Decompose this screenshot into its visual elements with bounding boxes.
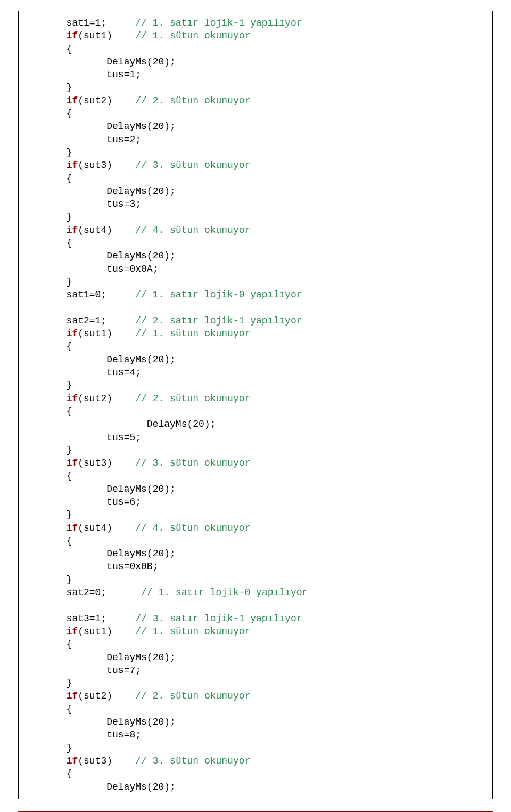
keyword-if: if (67, 225, 78, 236)
code-line: tus=0x0A; (26, 264, 158, 274)
code-line: } (26, 743, 72, 753)
code-line: } (26, 574, 72, 585)
code-line (26, 225, 67, 236)
code-line: { (26, 406, 72, 417)
code-line (26, 523, 67, 533)
code-line: DelayMs(20); (26, 652, 176, 663)
keyword-if: if (67, 691, 78, 701)
code-line: tus=0x0B; (26, 561, 158, 572)
code-line: tus=8; (26, 729, 141, 740)
code-line: (sut2) (78, 95, 135, 106)
code-line: (sut2) (78, 691, 135, 701)
code-line: (sut3) (78, 458, 135, 468)
comment: // 1. satır lojik-1 yapılıyor (135, 18, 302, 28)
code-line: (sut2) (78, 393, 135, 404)
code-line: { (26, 768, 72, 779)
comment: // 1. satır lojik-0 yapılıyor (141, 587, 308, 598)
comment: // 2. sütun okunuyor (135, 691, 250, 701)
code-line: (sut3) (78, 160, 135, 170)
code-line: (sut4) (78, 523, 135, 533)
keyword-if: if (67, 393, 78, 404)
comment: // 2. sütun okunuyor (135, 95, 250, 106)
code-line: } (26, 212, 72, 222)
comment: // 3. sütun okunuyor (135, 756, 250, 766)
code-line: { (26, 470, 72, 481)
keyword-if: if (67, 160, 78, 170)
code-line: tus=5; (26, 432, 141, 443)
code-line (26, 691, 67, 701)
keyword-if: if (67, 756, 78, 766)
code-line: { (26, 704, 72, 714)
code-line: DelayMs(20); (26, 782, 176, 792)
code-line: { (26, 341, 72, 352)
code-line: DelayMs(20); (26, 548, 176, 559)
code-line: sat1=0; (26, 289, 135, 300)
code-block: sat1=1; // 1. satır lojik-1 yapılıyor if… (18, 11, 493, 799)
code-line: } (26, 82, 72, 93)
code-line: { (26, 44, 72, 54)
comment: // 3. satır lojik-1 yapılıyor (135, 613, 302, 624)
comment: // 4. sütun okunuyor (135, 523, 250, 533)
code-line: tus=3; (26, 199, 141, 209)
code-line: sat1=1; (26, 18, 135, 28)
keyword-if: if (67, 523, 78, 533)
code-line: DelayMs(20); (26, 354, 176, 365)
code-line (26, 626, 67, 637)
code-line: } (26, 277, 72, 287)
code-line: (sut1) (78, 30, 135, 41)
comment: // 1. sütun okunuyor (135, 626, 250, 637)
footer-area: FxDev.org Sayfa 9 (18, 810, 493, 812)
code-line: sat3=1; (26, 613, 135, 624)
code-line: (sut1) (78, 626, 135, 637)
code-line: DelayMs(20); (26, 484, 176, 494)
code-line: tus=7; (26, 665, 141, 676)
comment: // 1. sütun okunuyor (135, 328, 250, 339)
code-line: DelayMs(20); (26, 250, 176, 261)
code-line: (sut1) (78, 328, 135, 339)
code-line: { (26, 238, 72, 248)
comment: // 2. satır lojik-1 yapılıyor (135, 315, 302, 326)
comment: // 1. satır lojik-0 yapılıyor (135, 289, 302, 300)
footer-divider (18, 810, 493, 812)
keyword-if: if (67, 626, 78, 637)
code-line (26, 393, 67, 404)
code-line: { (26, 108, 72, 119)
code-line: } (26, 509, 72, 520)
code-line: } (26, 380, 72, 391)
code-line: sat2=0; (26, 587, 141, 598)
comment: // 3. sütun okunuyor (135, 458, 250, 468)
code-line: { (26, 535, 72, 546)
code-line: DelayMs(20); (26, 56, 176, 67)
code-line (26, 756, 67, 766)
comment: // 2. sütun okunuyor (135, 393, 250, 404)
code-line: DelayMs(20); (26, 186, 176, 197)
code-line: tus=1; (26, 69, 141, 80)
code-line: (sut4) (78, 225, 135, 236)
keyword-if: if (67, 458, 78, 468)
code-line: DelayMs(20); (26, 717, 176, 727)
keyword-if: if (67, 30, 78, 41)
code-line (26, 328, 67, 339)
keyword-if: if (67, 328, 78, 339)
code-line: tus=2; (26, 134, 141, 145)
code-line: DelayMs(20); (26, 419, 216, 429)
comment: // 3. sütun okunuyor (135, 160, 250, 170)
comment: // 4. sütun okunuyor (135, 225, 250, 236)
code-line (26, 458, 67, 468)
code-line: { (26, 639, 72, 649)
comment: // 1. sütun okunuyor (135, 30, 250, 41)
code-line (26, 95, 67, 106)
code-line: { (26, 173, 72, 184)
code-line (26, 30, 67, 41)
keyword-if: if (67, 95, 78, 106)
code-line: } (26, 147, 72, 158)
code-line: sat2=1; (26, 315, 135, 326)
code-line: tus=4; (26, 367, 141, 378)
code-line: tus=6; (26, 497, 141, 507)
code-line: } (26, 445, 72, 456)
page: sat1=1; // 1. satır lojik-1 yapılıyor if… (0, 0, 511, 812)
code-line: (sut3) (78, 756, 135, 766)
code-line: DelayMs(20); (26, 121, 176, 132)
code-line (26, 160, 67, 170)
code-line: } (26, 678, 72, 688)
